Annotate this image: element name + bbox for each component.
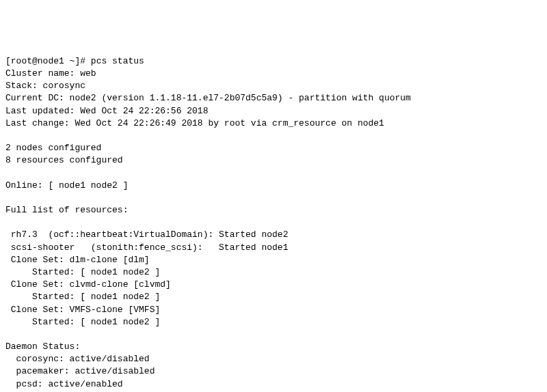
clone-set-clvmd: Clone Set: clvmd-clone [clvmd] bbox=[5, 279, 171, 290]
clone-set-vmfs: Clone Set: VMFS-clone [VMFS] bbox=[5, 305, 160, 315]
clone-set-clvmd-started: Started: [ node1 node2 ] bbox=[5, 292, 160, 302]
resource-rh73: rh7.3 (ocf::heartbeat:VirtualDomain): St… bbox=[5, 229, 288, 240]
stack-line: Stack: corosync bbox=[5, 81, 85, 91]
daemon-status-header: Daemon Status: bbox=[5, 341, 80, 352]
nodes-configured-line: 2 nodes configured bbox=[5, 143, 101, 153]
clone-set-dlm: Clone Set: dlm-clone [dlm] bbox=[5, 255, 150, 265]
current-dc-line: Current DC: node2 (version 1.1.18-11.el7… bbox=[5, 93, 411, 103]
daemon-pcsd: pcsd: active/enabled bbox=[5, 379, 123, 389]
online-nodes-line: Online: [ node1 node2 ] bbox=[5, 180, 128, 191]
clone-set-dlm-started: Started: [ node1 node2 ] bbox=[5, 267, 160, 277]
command-text: pcs status bbox=[91, 56, 144, 66]
resource-scsi-shooter: scsi-shooter (stonith:fence_scsi): Start… bbox=[5, 242, 288, 253]
last-change-line: Last change: Wed Oct 24 22:26:49 2018 by… bbox=[5, 118, 384, 128]
resources-configured-line: 8 resources configured bbox=[5, 155, 123, 165]
resources-header: Full list of resources: bbox=[5, 205, 128, 215]
cluster-name-line: Cluster name: web bbox=[5, 68, 96, 79]
terminal-output: [root@node1 ~]# pcs status Cluster name:… bbox=[5, 56, 411, 392]
clone-set-vmfs-started: Started: [ node1 node2 ] bbox=[5, 317, 160, 327]
daemon-corosync: corosync: active/disabled bbox=[5, 354, 150, 364]
last-updated-line: Last updated: Wed Oct 24 22:26:56 2018 bbox=[5, 106, 208, 116]
shell-prompt: [root@node1 ~]# bbox=[5, 56, 91, 66]
daemon-pacemaker: pacemaker: active/disabled bbox=[5, 366, 155, 376]
